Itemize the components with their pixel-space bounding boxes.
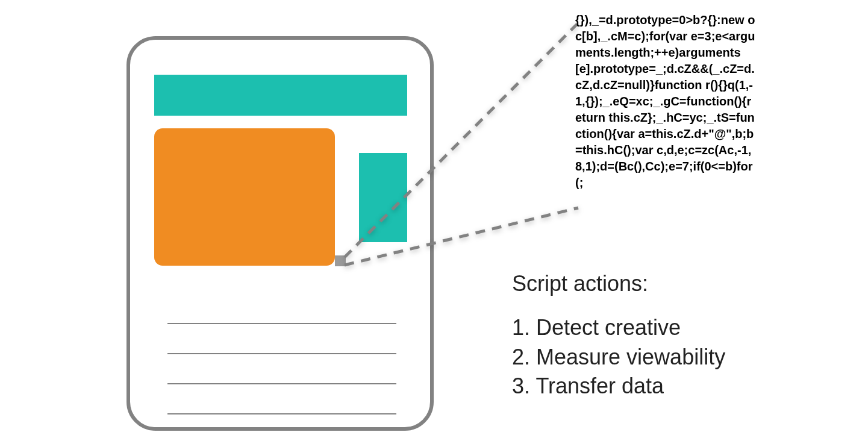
content-line (167, 413, 396, 414)
tracking-pixel-marker (335, 255, 346, 266)
script-action-item: 2. Measure viewability (512, 343, 725, 372)
ad-creative-block (154, 128, 335, 266)
script-action-item: 1. Detect creative (512, 313, 725, 343)
script-action-item: 3. Transfer data (512, 372, 725, 401)
script-actions-section: Script actions: 1. Detect creative 2. Me… (512, 271, 725, 401)
content-line (167, 323, 396, 324)
script-actions-heading: Script actions: (512, 271, 725, 296)
content-line (167, 383, 396, 384)
code-snippet: {}),_=d.prototype=0>b?{}:new oc[b],_.cM=… (575, 12, 756, 191)
content-line (167, 353, 396, 354)
sidebar-block (359, 153, 407, 242)
phone-frame (126, 36, 434, 431)
page-header-bar (154, 75, 407, 116)
